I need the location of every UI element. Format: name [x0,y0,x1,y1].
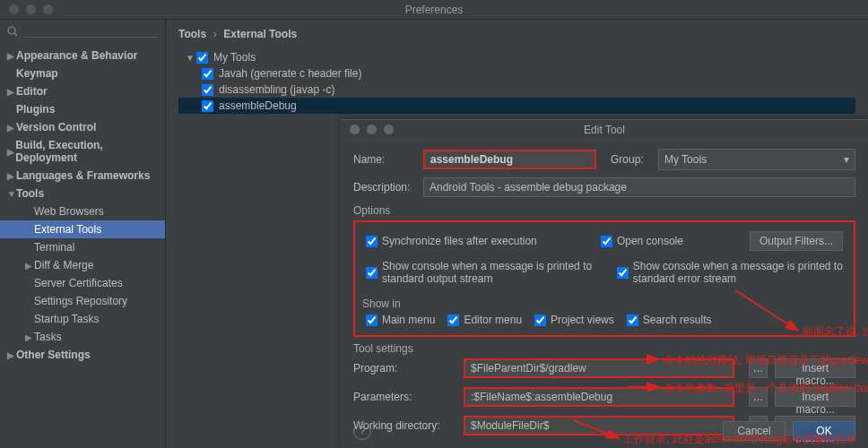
svg-line-1 [14,33,17,36]
sidebar-item-version-control[interactable]: Version Control [0,118,165,136]
window-titlebar: Preferences [0,0,868,20]
description-input[interactable] [423,177,855,197]
chevron-down-icon[interactable]: ▾ [838,153,855,166]
sidebar-item-appearance-behavior[interactable]: Appearance & Behavior [0,47,165,65]
content-area: Tools › External Tools ▼My ToolsJavah (g… [166,20,868,448]
browse-program-button[interactable]: … [749,358,768,378]
sidebar-item-build-execution-deployment[interactable]: Build, Execution, Deployment [0,136,165,167]
sidebar-item-tools[interactable]: Tools [0,185,165,202]
group-label: Group: [611,153,651,166]
sidebar-item-other-settings[interactable]: Other Settings [0,346,165,364]
sidebar-item-web-browsers[interactable]: Web Browsers [0,202,165,220]
breadcrumb: Tools › External Tools [166,20,868,46]
external-tools-list: ▼My ToolsJavah (generate c header file)d… [166,46,868,114]
sidebar-item-languages-frameworks[interactable]: Languages & Frameworks [0,167,165,185]
group-input[interactable] [659,150,838,169]
svg-point-0 [8,27,15,34]
name-label: Name: [353,153,416,166]
tool-settings-label: Tool settings [353,342,855,355]
show-in-label: Show in [362,297,843,310]
main-menu-checkbox[interactable]: Main menu [366,314,435,326]
open-console-checkbox[interactable]: Open console [601,235,683,247]
parameters-label: Parameters: [353,391,456,403]
edit-tool-dialog: Edit Tool Name: Group: ▾ Description: [341,119,868,448]
search-results-checkbox[interactable]: Search results [627,314,712,326]
options-label: Options [353,204,855,217]
project-views-checkbox[interactable]: Project views [534,314,614,326]
stdout-console-checkbox[interactable]: Show console when a message is printed t… [366,260,597,285]
sidebar-item-terminal[interactable]: Terminal [0,238,165,256]
sidebar-item-settings-repository[interactable]: Settings Repository [0,292,165,310]
breadcrumb-separator: › [213,28,217,40]
tool-item[interactable]: disassembling (javap -c) [178,82,855,98]
sidebar-item-diff-merge[interactable]: Diff & Merge [0,256,165,274]
sidebar-item-plugins[interactable]: Plugins [0,100,165,118]
search-input[interactable] [23,25,158,38]
breadcrumb-root: Tools [178,28,206,40]
editor-menu-checkbox[interactable]: Editor menu [447,314,522,326]
tool-item[interactable]: assembleDebug [178,98,855,114]
options-box: Synchronize files after execution Open c… [353,220,855,337]
sidebar-item-server-certificates[interactable]: Server Certificates [0,274,165,292]
insert-macro-parameters-button[interactable]: Insert macro... [775,387,855,407]
name-input[interactable] [423,150,596,169]
breadcrumb-leaf: External Tools [223,28,297,40]
insert-macro-program-button[interactable]: Insert macro... [775,358,855,378]
settings-tree: Appearance & BehaviorKeymapEditorPlugins… [0,43,165,364]
search-icon [7,26,18,37]
window-title: Preferences [0,4,868,16]
preferences-sidebar: Appearance & BehaviorKeymapEditorPlugins… [0,20,166,448]
search-row [0,20,165,43]
sidebar-item-tasks[interactable]: Tasks [0,328,165,346]
dialog-title: Edit Tool [341,124,868,136]
sidebar-item-editor[interactable]: Editor [0,82,165,100]
program-input[interactable] [464,358,734,378]
sidebar-item-keymap[interactable]: Keymap [0,65,165,82]
stderr-console-checkbox[interactable]: Show console when a message is printed t… [617,260,843,285]
browse-parameters-button[interactable]: … [749,387,768,407]
program-label: Program: [353,362,456,375]
dialog-titlebar: Edit Tool [341,120,868,140]
tool-item[interactable]: Javah (generate c header file) [178,65,855,82]
sidebar-item-external-tools[interactable]: External Tools [0,220,165,238]
sidebar-item-startup-tasks[interactable]: Startup Tasks [0,310,165,328]
description-label: Description: [353,181,416,194]
parameters-input[interactable] [464,387,734,407]
group-combo[interactable]: ▾ [658,149,855,170]
output-filters-button[interactable]: Output Filters... [750,231,843,251]
cancel-button[interactable]: Cancel [723,421,786,441]
sync-checkbox[interactable]: Synchronize files after execution [366,235,537,247]
ok-button[interactable]: OK [793,421,855,441]
tool-group[interactable]: ▼My Tools [178,49,855,65]
help-icon[interactable]: ? [353,422,371,440]
